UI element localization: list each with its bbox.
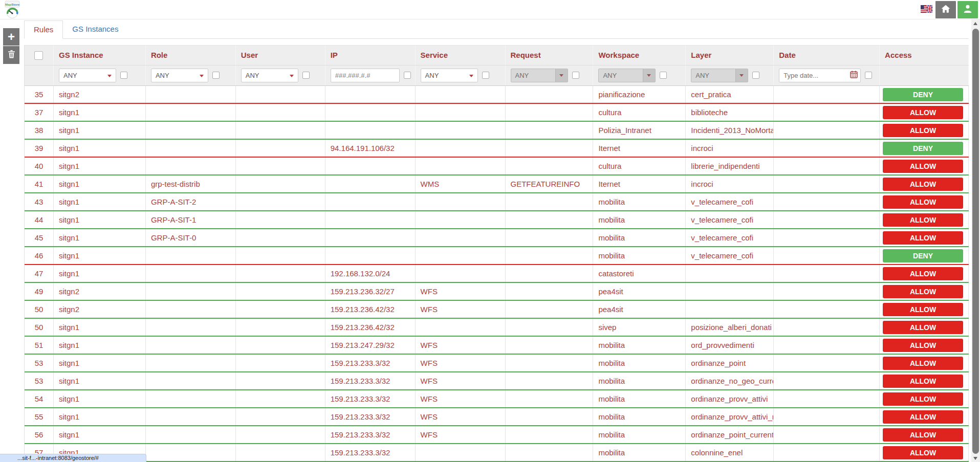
service-cell [416, 158, 506, 174]
ip-cell: 159.213.233.3/32 [325, 372, 416, 389]
access-toggle-button[interactable]: DENY [883, 142, 963, 155]
table-row[interactable]: 50sitgn1159.213.236.42/32sivepposizione_… [25, 319, 969, 337]
access-toggle-button[interactable]: ALLOW [883, 392, 963, 406]
table-row[interactable]: 53sitgn1159.213.233.3/32WFSmobilitaordin… [25, 372, 969, 390]
service-filter-checkbox[interactable] [482, 72, 489, 79]
access-toggle-button[interactable]: DENY [883, 88, 963, 101]
access-toggle-button[interactable]: ALLOW [883, 106, 963, 119]
access-toggle-button[interactable]: ALLOW [883, 160, 963, 173]
table-row[interactable]: 57sitgn1159.213.233.3/32mobilitacolonnin… [25, 444, 969, 462]
scroll-down-icon[interactable] [973, 457, 977, 460]
vertical-scrollbar[interactable] [971, 19, 980, 462]
language-flag-button[interactable] [919, 4, 934, 16]
delete-rules-button[interactable] [3, 46, 19, 64]
service-filter-value: ANY [425, 72, 439, 79]
ip-cell: 159.213.233.3/32 [325, 408, 416, 425]
ip-cell: 159.213.233.3/32 [325, 355, 416, 371]
table-row[interactable]: 56sitgn1159.213.233.3/32WFSmobilitaordin… [25, 426, 969, 444]
gs-instance-filter-checkbox[interactable] [120, 72, 127, 79]
user-button[interactable] [957, 1, 978, 18]
column-header-access: Access [880, 46, 969, 65]
role-cell [146, 372, 236, 389]
user-cell [236, 229, 325, 246]
mapstore-logo[interactable]: MapStore [5, 1, 20, 21]
row-id: 54 [25, 390, 54, 407]
date-filter-checkbox[interactable] [865, 72, 872, 79]
request-filter-checkbox[interactable] [572, 72, 579, 79]
service-filter-dropdown[interactable]: ANY [421, 69, 478, 82]
top-bar: MapStore [0, 0, 980, 19]
table-row[interactable]: 43sitgn1GRP-A-SIT-2mobilitav_telecamere_… [25, 193, 969, 211]
table-row[interactable]: 38sitgn1Polizia_IntranetIncidenti_2013_N… [25, 122, 969, 140]
user-filter-dropdown[interactable]: ANY [241, 69, 298, 82]
tab-rules[interactable]: Rules [24, 20, 63, 39]
layer-cell: incroci [686, 140, 774, 157]
add-rule-button[interactable]: + [3, 28, 19, 46]
date-filter-input[interactable] [779, 70, 847, 81]
access-toggle-button[interactable]: DENY [883, 249, 963, 262]
table-row[interactable]: 55sitgn1159.213.233.3/32WFSmobilitaordin… [25, 408, 969, 426]
service-cell [416, 247, 506, 264]
table-row[interactable]: 51sitgn1159.213.247.29/32WFSmobilitaord_… [25, 337, 969, 355]
access-toggle-button[interactable]: ALLOW [883, 303, 963, 316]
tab-gs-instances[interactable]: GS Instances [63, 20, 127, 39]
role-filter-checkbox[interactable] [212, 72, 220, 79]
table-row[interactable]: 37sitgn1culturabibliotecheALLOW [25, 104, 969, 122]
access-toggle-button[interactable]: ALLOW [883, 446, 963, 459]
ip-cell: 159.213.233.3/32 [325, 390, 416, 407]
access-toggle-button[interactable]: ALLOW [883, 410, 963, 424]
role-filter-dropdown[interactable]: ANY [151, 69, 208, 82]
access-toggle-button[interactable]: ALLOW [883, 231, 963, 245]
access-toggle-button[interactable]: ALLOW [883, 339, 963, 352]
layer-filter-checkbox[interactable] [752, 72, 759, 79]
date-filter-field [779, 69, 861, 82]
user-filter-checkbox[interactable] [302, 72, 310, 79]
home-button[interactable] [935, 1, 956, 18]
row-id: 41 [25, 175, 54, 192]
column-header-request: Request [506, 46, 594, 65]
access-toggle-button[interactable]: ALLOW [883, 195, 963, 209]
ip-cell [325, 229, 416, 246]
scrollbar-thumb[interactable] [972, 29, 979, 454]
ip-filter-input[interactable] [331, 69, 400, 82]
table-row[interactable]: 50sitgn2159.213.236.42/32WFSpea4sitALLOW [25, 301, 969, 319]
access-cell: ALLOW [880, 104, 969, 121]
rules-table-body: 35sitgn2pianificazionecert_praticaDENY37… [25, 86, 969, 462]
date-cell [774, 337, 880, 354]
access-toggle-button[interactable]: ALLOW [883, 321, 963, 334]
table-row[interactable]: 45sitgn1GRP-A-SIT-0mobilitav_telecamere_… [25, 229, 969, 247]
access-toggle-button[interactable]: ALLOW [883, 285, 963, 298]
calendar-button[interactable] [847, 69, 860, 82]
request-cell [506, 355, 594, 371]
row-id: 37 [25, 104, 54, 121]
table-row[interactable]: 46sitgn1mobilitav_telecamere_cofiDENY [25, 247, 969, 265]
role-filter-value: ANY [156, 72, 169, 79]
table-row[interactable]: 40sitgn1culturalibrerie_indipendentiALLO… [25, 158, 969, 175]
table-row[interactable]: 44sitgn1GRP-A-SIT-1mobilitav_telecamere_… [25, 211, 969, 229]
ip-cell: 159.213.233.3/32 [325, 444, 416, 461]
table-row[interactable]: 41sitgn1grp-test-distribWMSGETFEATUREINF… [25, 175, 969, 193]
gs-instance-filter-dropdown[interactable]: ANY [59, 69, 116, 82]
column-header-layer: Layer [686, 46, 774, 65]
table-row[interactable]: 39sitgn194.164.191.106/32IternetincrociD… [25, 140, 969, 158]
ip-filter-checkbox[interactable] [404, 72, 411, 79]
select-all-checkbox[interactable] [34, 51, 43, 60]
table-row[interactable]: 54sitgn1159.213.233.3/32WFSmobilitaordin… [25, 390, 969, 408]
scroll-up-icon[interactable] [973, 22, 977, 25]
ip-cell: 94.164.191.106/32 [325, 140, 416, 157]
workspace-filter-checkbox[interactable] [660, 72, 667, 79]
table-row[interactable]: 35sitgn2pianificazionecert_praticaDENY [25, 86, 969, 104]
access-toggle-button[interactable]: ALLOW [883, 357, 963, 370]
service-cell [416, 140, 506, 157]
row-id: 43 [25, 193, 54, 210]
access-toggle-button[interactable]: ALLOW [883, 267, 963, 280]
access-toggle-button[interactable]: ALLOW [883, 124, 963, 137]
table-row[interactable]: 53sitgn1159.213.233.3/32WFSmobilitaordin… [25, 355, 969, 372]
ip-cell: 159.213.233.3/32 [325, 426, 416, 443]
table-row[interactable]: 49sitgn2159.213.236.32/27WFSpea4sitALLOW [25, 283, 969, 301]
access-toggle-button[interactable]: ALLOW [883, 428, 963, 442]
access-toggle-button[interactable]: ALLOW [883, 375, 963, 388]
table-row[interactable]: 47sitgn1192.168.132.0/24catastoretiALLOW [25, 265, 969, 283]
access-toggle-button[interactable]: ALLOW [883, 213, 963, 227]
access-toggle-button[interactable]: ALLOW [883, 178, 963, 191]
